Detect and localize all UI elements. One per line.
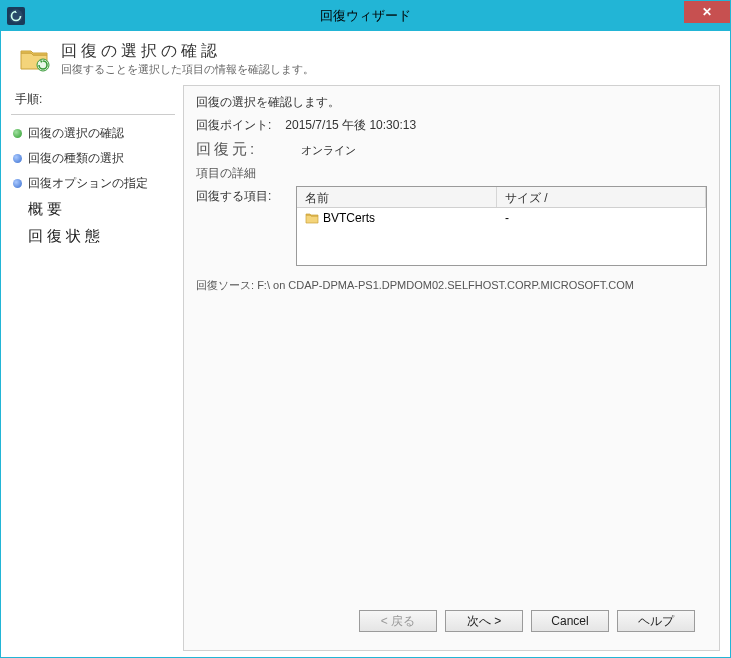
cell-name: BVTCerts [297,210,497,226]
step-label: 回復の選択の確認 [28,125,124,142]
steps-sidebar: 手順: 回復の選択の確認 回復の種類の選択 回復オプションの指定 概要 回復状態 [11,85,175,651]
items-row: 回復する項目: 名前 サイズ / BVTCerts [196,186,707,266]
bullet-pending-icon [13,205,22,214]
recovery-point-value: 2015/7/15 午後 10:30:13 [285,117,416,134]
recovery-point-label: 回復ポイント: [196,117,271,134]
window-title: 回復ウィザード [1,7,730,25]
item-detail-label: 項目の詳細 [196,165,707,182]
next-button[interactable]: 次へ > [445,610,523,632]
intro-line: 回復の選択を確認します。 [196,94,707,111]
recovery-source-line: 回復ソース: F:\ on CDAP-DPMA-PS1.DPMDOM02.SEL… [196,278,707,293]
body: 手順: 回復の選択の確認 回復の種類の選択 回復オプションの指定 概要 回復状態 [1,85,730,657]
step-recovery-options[interactable]: 回復オプションの指定 [11,171,175,196]
col-size[interactable]: サイズ / [497,187,706,207]
recovery-point-row: 回復ポイント: 2015/7/15 午後 10:30:13 [196,117,707,134]
step-label: 回復オプションの指定 [28,175,148,192]
row-name-text: BVTCerts [323,211,375,225]
button-bar: < 戻る 次へ > Cancel ヘルプ [196,602,707,642]
steps-title: 手順: [11,89,175,115]
page-subtitle: 回復することを選択した項目の情報を確認します。 [61,62,314,77]
close-icon: ✕ [702,5,712,19]
bullet-done-icon [13,179,22,188]
page-title: 回復の選択の確認 [61,41,314,62]
origin-label: 回復元: [196,140,257,159]
table-body: BVTCerts - [297,208,706,228]
table-row[interactable]: BVTCerts - [297,208,706,228]
cell-size: - [497,210,706,226]
items-to-recover-label: 回復する項目: [196,186,286,205]
app-icon [7,7,25,25]
table-header: 名前 サイズ / [297,187,706,208]
help-button[interactable]: ヘルプ [617,610,695,632]
cancel-button[interactable]: Cancel [531,610,609,632]
origin-value: オンライン [301,143,356,158]
col-name[interactable]: 名前 [297,187,497,207]
bullet-current-icon [13,129,22,138]
close-button[interactable]: ✕ [684,1,730,23]
step-summary[interactable]: 概要 [11,196,175,223]
recovery-source-label: 回復ソース: [196,279,254,291]
bullet-done-icon [13,154,22,163]
main-panel: 回復の選択を確認します。 回復ポイント: 2015/7/15 午後 10:30:… [183,85,720,651]
titlebar: 回復ウィザード ✕ [1,1,730,31]
step-label: 概要 [28,200,66,219]
items-table: 名前 サイズ / BVTCerts - [296,186,707,266]
recovery-source-value: F:\ on CDAP-DPMA-PS1.DPMDOM02.SELFHOST.C… [257,279,634,291]
step-label: 回復の種類の選択 [28,150,124,167]
step-label: 回復状態 [28,227,104,246]
back-button[interactable]: < 戻る [359,610,437,632]
step-status[interactable]: 回復状態 [11,223,175,250]
bullet-pending-icon [13,232,22,241]
step-confirm-selection[interactable]: 回復の選択の確認 [11,121,175,146]
header: 回復の選択の確認 回復することを選択した項目の情報を確認します。 [1,31,730,85]
folder-icon [305,212,319,224]
origin-row: 回復元: オンライン [196,140,707,159]
step-select-type[interactable]: 回復の種類の選択 [11,146,175,171]
wizard-window: 回復ウィザード ✕ 回復の選択の確認 回復することを選択した項目の情報を確認しま… [0,0,731,658]
header-text: 回復の選択の確認 回復することを選択した項目の情報を確認します。 [61,41,314,77]
recovery-folder-icon [19,45,51,73]
